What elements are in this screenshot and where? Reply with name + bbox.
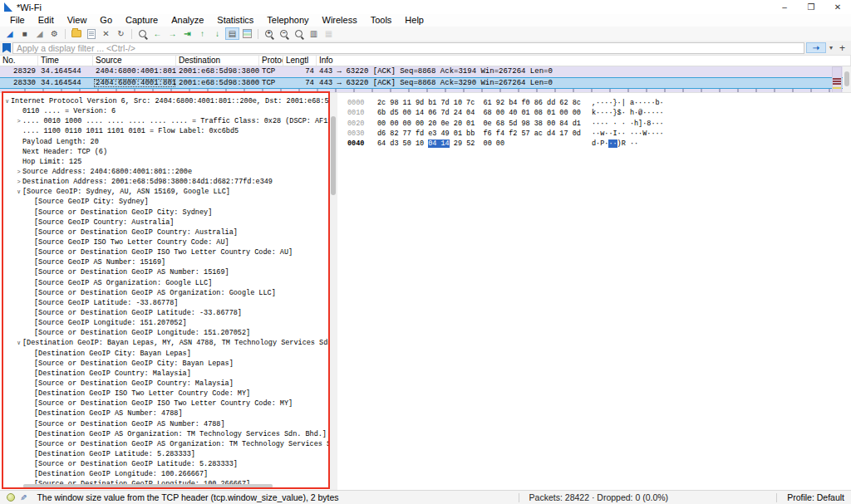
- detail-line[interactable]: [Source or Destination GeoIP City: Sydne…: [0, 208, 330, 218]
- expert-info-icon[interactable]: [7, 493, 15, 502]
- filter-bookmark-icon[interactable]: [2, 43, 11, 53]
- go-back-icon[interactable]: ←: [150, 27, 165, 40]
- hex-row[interactable]: 0030d6 82 77 fd e3 49 01 bb f6 f4 f2 57 …: [347, 129, 851, 139]
- detail-line[interactable]: [Source GeoIP Country: Australia]: [0, 218, 330, 228]
- zoom-reset-icon[interactable]: [292, 27, 306, 40]
- apply-filter-button[interactable]: ➝: [806, 42, 826, 53]
- expander-open-icon[interactable]: ∨: [3, 96, 11, 106]
- detail-line[interactable]: .... 1100 0110 1011 1101 0101 = Flow Lab…: [0, 126, 330, 136]
- go-last-packet-icon[interactable]: ↓: [210, 27, 224, 40]
- detail-vertical-scrollbar[interactable]: [330, 92, 337, 491]
- menu-item-wireless[interactable]: Wireless: [316, 14, 364, 27]
- detail-line[interactable]: [Source GeoIP Longitude: 151.207052]: [0, 318, 330, 328]
- add-filter-button[interactable]: +: [836, 42, 849, 54]
- column-header-destination[interactable]: Destination: [176, 56, 259, 66]
- detail-line[interactable]: >Destination Address: 2001:e68:5d98:3800…: [0, 177, 330, 187]
- detail-line[interactable]: [Source or Destination GeoIP Country: Ma…: [0, 379, 330, 389]
- column-header-source[interactable]: Source: [93, 56, 176, 66]
- detail-line[interactable]: [Source or Destination GeoIP Country: Au…: [0, 228, 330, 237]
- start-capture-icon[interactable]: ◢: [2, 27, 17, 40]
- detail-line[interactable]: [Source or Destination GeoIP ISO Two Let…: [0, 399, 330, 409]
- detail-line[interactable]: [Source or Destination GeoIP AS Number: …: [0, 267, 330, 277]
- detail-line[interactable]: [Destination GeoIP Longitude: 100.266667…: [0, 469, 330, 479]
- column-header-protocol[interactable]: Protocol: [259, 56, 283, 66]
- open-file-icon[interactable]: [69, 27, 83, 40]
- menu-item-view[interactable]: View: [61, 14, 94, 27]
- go-first-packet-icon[interactable]: ↑: [195, 27, 209, 40]
- resize-columns-icon[interactable]: ▥: [307, 27, 321, 40]
- restart-capture-icon[interactable]: ◢: [32, 27, 47, 40]
- detail-line[interactable]: [Destination GeoIP Country: Malaysia]: [0, 369, 330, 379]
- menu-item-help[interactable]: Help: [398, 14, 430, 27]
- detail-line[interactable]: [Destination GeoIP AS Organization: TM T…: [0, 429, 330, 439]
- auto-scroll-icon[interactable]: ▤: [225, 27, 239, 40]
- column-header-info[interactable]: Info: [317, 56, 851, 66]
- save-file-icon[interactable]: [84, 27, 98, 40]
- detail-line[interactable]: [Source or Destination GeoIP AS Organiza…: [0, 439, 330, 449]
- detail-line[interactable]: [Source or Destination GeoIP ISO Two Let…: [0, 247, 330, 257]
- hex-row[interactable]: 00002c 98 11 9d b1 7d 10 7c 61 92 b4 f0 …: [347, 98, 851, 108]
- expander-closed-icon[interactable]: >: [15, 167, 22, 177]
- detail-line[interactable]: >.... 0010 1000 .... .... .... .... ....…: [0, 116, 330, 126]
- detail-line[interactable]: [Source or Destination GeoIP Longitude: …: [0, 328, 330, 338]
- detail-line[interactable]: [Source or Destination GeoIP Latitude: -…: [0, 308, 330, 318]
- detail-line[interactable]: [Source GeoIP ISO Two Letter Country Cod…: [0, 237, 330, 247]
- packet-row[interactable]: 2832934.1645442404:6800:4001:801:…2001:e…: [0, 66, 851, 77]
- reload-file-icon[interactable]: ↻: [114, 27, 128, 40]
- detail-line[interactable]: [Source GeoIP Latitude: -33.86778]: [0, 298, 330, 308]
- menu-item-edit[interactable]: Edit: [32, 14, 61, 27]
- expander-open-icon[interactable]: ∨: [15, 187, 22, 197]
- menu-item-go[interactable]: Go: [93, 14, 119, 27]
- expander-closed-icon[interactable]: >: [15, 116, 22, 126]
- zoom-in-icon[interactable]: +: [262, 27, 276, 40]
- filter-dropdown-caret[interactable]: ▾: [828, 44, 834, 51]
- detail-line[interactable]: [Destination GeoIP AS Number: 4788]: [0, 409, 330, 418]
- maximize-button[interactable]: ❐: [798, 0, 824, 14]
- detail-line[interactable]: Next Header: TCP (6): [0, 147, 330, 157]
- expander-closed-icon[interactable]: >: [15, 177, 22, 187]
- detail-line[interactable]: [Source or Destination GeoIP Latitude: 5…: [0, 459, 330, 469]
- detail-line[interactable]: [Source GeoIP City: Sydney]: [0, 197, 330, 207]
- close-file-icon[interactable]: ✕: [99, 27, 113, 40]
- detail-line[interactable]: [Destination GeoIP City: Bayan Lepas]: [0, 349, 330, 359]
- capture-comment-icon[interactable]: ✎: [20, 493, 27, 502]
- column-header-no[interactable]: No.: [0, 56, 38, 66]
- menu-item-statistics[interactable]: Statistics: [210, 14, 260, 27]
- detail-line[interactable]: Hop Limit: 125: [0, 157, 330, 167]
- capture-options-icon[interactable]: ⚙: [47, 27, 61, 40]
- detail-line[interactable]: >Source Address: 2404:6800:4001:801::200…: [0, 167, 330, 177]
- zoom-out-icon[interactable]: −: [277, 27, 291, 40]
- expander-open-icon[interactable]: ∨: [15, 338, 22, 348]
- packet-row[interactable]: 2833034.1645442404:6800:4001:801:…2001:e…: [0, 77, 851, 89]
- detail-line[interactable]: [Source or Destination GeoIP AS Number: …: [0, 419, 330, 429]
- detail-line[interactable]: [Destination GeoIP ISO Two Letter Countr…: [0, 389, 330, 399]
- go-to-packet-icon[interactable]: ⇥: [180, 27, 194, 40]
- detail-line[interactable]: Payload Length: 20: [0, 137, 330, 147]
- menu-item-telephony[interactable]: Telephony: [260, 14, 315, 27]
- find-packet-icon[interactable]: [135, 27, 150, 40]
- packet-list-scrollbar[interactable]: [843, 66, 851, 93]
- menu-item-capture[interactable]: Capture: [119, 14, 165, 27]
- detail-line[interactable]: ∨[Source GeoIP: Sydney, AU, ASN 15169, G…: [0, 187, 330, 197]
- status-profile[interactable]: Profile: Default: [780, 492, 851, 502]
- detail-line[interactable]: [Source or Destination GeoIP City: Bayan…: [0, 359, 330, 369]
- menu-item-file[interactable]: File: [3, 14, 32, 27]
- column-header-lengtl[interactable]: Lengtl: [283, 56, 317, 66]
- hex-row[interactable]: 00106b d5 00 14 06 7d 24 04 68 00 40 01 …: [347, 108, 851, 118]
- detail-horizontal-scrollbar[interactable]: [23, 484, 273, 488]
- detail-line[interactable]: ∨Internet Protocol Version 6, Src: 2404:…: [0, 96, 330, 106]
- detail-line[interactable]: [Source GeoIP AS Organization: Google LL…: [0, 278, 330, 288]
- packet-minimap[interactable]: [832, 66, 842, 93]
- detail-line[interactable]: 0110 .... = Version: 6: [0, 106, 330, 116]
- menu-item-analyze[interactable]: Analyze: [165, 14, 210, 27]
- detail-line[interactable]: [Source GeoIP AS Number: 15169]: [0, 257, 330, 267]
- column-header-time[interactable]: Time: [38, 56, 93, 66]
- detail-line[interactable]: [Source or Destination GeoIP AS Organiza…: [0, 288, 330, 298]
- minimize-button[interactable]: –: [771, 0, 798, 14]
- colorize-packets-icon[interactable]: [240, 27, 254, 40]
- display-filter-input[interactable]: [12, 42, 804, 54]
- stop-capture-icon[interactable]: ■: [17, 27, 32, 40]
- go-forward-icon[interactable]: →: [165, 27, 180, 40]
- close-button[interactable]: ✕: [824, 0, 851, 14]
- hex-row[interactable]: 002000 00 00 00 20 0e 20 01 0e 68 5d 98 …: [347, 119, 851, 129]
